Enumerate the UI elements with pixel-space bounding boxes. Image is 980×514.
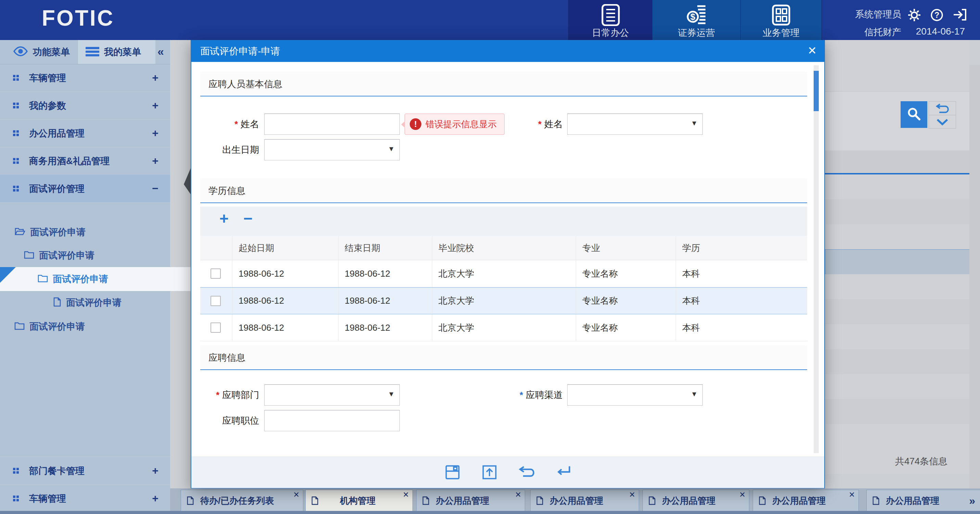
- tab-close-icon[interactable]: ✕: [293, 491, 299, 499]
- tree-item-interview-application-5[interactable]: 面试评价申请: [0, 315, 185, 338]
- tree-item-interview-application-2[interactable]: 面试评价申请: [0, 244, 194, 267]
- help-mark: ?: [934, 11, 939, 19]
- dropdown-arrow-icon: ▼: [691, 119, 698, 127]
- tree-item-interview-application-1[interactable]: 面试评价申请: [0, 221, 185, 244]
- tab-office-supplies-4[interactable]: 办公用品管理 ✕: [753, 490, 859, 512]
- expand-icon[interactable]: +: [152, 155, 159, 167]
- background-table-header: [825, 151, 969, 173]
- tab-office-supplies-1[interactable]: 办公用品管理 ✕: [416, 490, 525, 512]
- background-table-row: [825, 324, 969, 349]
- reset-button[interactable]: [929, 102, 956, 115]
- tab-close-icon[interactable]: ✕: [849, 491, 855, 499]
- tab-label: 办公用品管理: [436, 490, 489, 511]
- upload-button[interactable]: [482, 465, 497, 481]
- dialog-title: 面试评价申请-申请: [200, 41, 280, 62]
- name2-dropdown[interactable]: ▼: [567, 114, 703, 135]
- column-header: 起始日期: [232, 236, 338, 260]
- row-checkbox[interactable]: [210, 322, 221, 333]
- expand-icon[interactable]: +: [152, 127, 159, 140]
- search-button[interactable]: [900, 101, 927, 128]
- dropdown-arrow-icon: ▼: [388, 145, 395, 153]
- row-checkbox[interactable]: [210, 296, 221, 306]
- sidebar-collapse-button[interactable]: «: [158, 40, 164, 64]
- column-header: 毕业院校: [432, 236, 576, 260]
- table-header-row: 起始日期 结束日期 毕业院校 专业 学历: [200, 236, 807, 260]
- row-checkbox[interactable]: [210, 268, 221, 279]
- tab-org-management-active[interactable]: 机构管理 ✕: [305, 490, 413, 512]
- tab-office-supplies-3[interactable]: 办公用品管理 ✕: [643, 490, 749, 512]
- name-input[interactable]: [264, 114, 400, 135]
- sidebar-tab-function-menu[interactable]: 功能菜单: [0, 40, 91, 64]
- background-table-row: [825, 224, 969, 250]
- sidebar-item-vehicle-management-2[interactable]: 车辆管理 +: [0, 485, 170, 512]
- top-nav-securities[interactable]: $ 证券运营: [652, 0, 741, 40]
- sidebar-item-label: 商务用酒&礼品管理: [29, 155, 152, 167]
- top-nav-daily-office[interactable]: 日常办公: [568, 0, 653, 40]
- apply-dept-dropdown[interactable]: ▼: [264, 384, 400, 406]
- tab-office-supplies-2[interactable]: 办公用品管理 ✕: [530, 490, 639, 512]
- sidebar-item-business-wine-gifts[interactable]: 商务用酒&礼品管理 +: [0, 147, 170, 175]
- add-row-button[interactable]: +: [220, 209, 229, 228]
- tab-close-icon[interactable]: ✕: [515, 491, 521, 499]
- user-department: 信托财产: [864, 26, 901, 38]
- document-icon: [53, 297, 61, 308]
- expand-icon[interactable]: +: [152, 71, 159, 84]
- grid-dots-icon: [13, 130, 19, 136]
- name-field-label: * 姓名: [200, 114, 259, 135]
- top-nav-label: 证券运营: [652, 27, 740, 39]
- checkbox-column-header: [200, 236, 232, 260]
- section-apply-info: 应聘信息: [200, 346, 807, 370]
- sidebar-item-vehicle-management[interactable]: 车辆管理 +: [0, 64, 170, 92]
- apply-dept-label: * 应聘部门: [200, 384, 259, 406]
- tab-close-icon[interactable]: ✕: [739, 491, 746, 499]
- tree-item-interview-application-4[interactable]: 面试评价申请: [0, 291, 223, 314]
- tab-close-icon[interactable]: ✕: [403, 491, 409, 499]
- folder-open-icon: [14, 227, 25, 237]
- settings-gear-icon[interactable]: [907, 8, 921, 22]
- tab-close-icon[interactable]: ✕: [629, 491, 635, 499]
- sidebar-item-my-parameters[interactable]: 我的参数 +: [0, 92, 170, 120]
- tab-label: 机构管理: [340, 490, 375, 511]
- folder-icon: [14, 322, 25, 332]
- top-nav-business[interactable]: 业务管理: [741, 0, 822, 40]
- chevron-down-icon[interactable]: [929, 115, 956, 128]
- menu-icon: [86, 46, 99, 58]
- expand-icon[interactable]: +: [152, 492, 159, 505]
- table-row[interactable]: 1988-06-12 1988-06-12 北京大学 专业名称 本科: [200, 260, 807, 287]
- background-table-row: [825, 399, 969, 424]
- tab-task-list[interactable]: 待办/已办任务列表 ✕: [181, 490, 303, 512]
- birth-date-dropdown[interactable]: ▼: [264, 139, 400, 160]
- bottom-tab-bar: 待办/已办任务列表 ✕ 机构管理 ✕ 办公用品管理 ✕ 办公用品管理 ✕ 办公用…: [170, 489, 980, 514]
- tree-item-interview-application-selected[interactable]: 面试评价申请: [0, 267, 208, 291]
- sidebar-item-meal-card-management[interactable]: 部门餐卡管理 +: [0, 457, 170, 485]
- dialog-scrollbar[interactable]: [814, 65, 819, 453]
- username[interactable]: 系统管理员: [855, 8, 901, 21]
- document-icon: [536, 496, 544, 506]
- undo-button[interactable]: [519, 465, 535, 481]
- close-icon[interactable]: ✕: [808, 44, 817, 57]
- sidebar-tab-my-menu[interactable]: 我的菜单: [78, 40, 155, 64]
- sidebar-item-interview-evaluation[interactable]: 面试评价管理 −: [0, 175, 170, 203]
- logout-icon[interactable]: [953, 8, 966, 22]
- tab-label: 办公用品管理: [886, 490, 939, 511]
- expand-icon[interactable]: +: [152, 465, 159, 477]
- dialog-header[interactable]: 面试评价申请-申请 ✕: [191, 41, 824, 62]
- apply-position-label: 应聘职位: [200, 410, 259, 431]
- save-button[interactable]: [445, 465, 460, 481]
- folder-icon: [38, 274, 48, 284]
- tab-office-supplies-5[interactable]: 办公用品管理 »: [866, 490, 980, 512]
- scrollbar-thumb[interactable]: [814, 71, 819, 111]
- remove-row-button[interactable]: −: [243, 209, 253, 228]
- table-row[interactable]: 1988-06-12 1988-06-12 北京大学 专业名称 本科: [200, 314, 807, 341]
- tab-overflow-icon[interactable]: »: [969, 490, 975, 511]
- collapse-minus-icon[interactable]: −: [152, 182, 159, 195]
- expand-icon[interactable]: +: [152, 99, 159, 112]
- grid-dots-icon: [13, 468, 19, 474]
- dollar-glyph: $: [690, 12, 695, 22]
- apply-position-input[interactable]: [264, 410, 400, 431]
- help-icon[interactable]: ?: [930, 8, 944, 22]
- table-row-selected[interactable]: 1988-06-12 1988-06-12 北京大学 专业名称 本科: [200, 287, 807, 314]
- sidebar-item-office-supplies[interactable]: 办公用品管理 +: [0, 119, 170, 148]
- apply-channel-dropdown[interactable]: ▼: [567, 384, 703, 406]
- enter-button[interactable]: [555, 465, 571, 481]
